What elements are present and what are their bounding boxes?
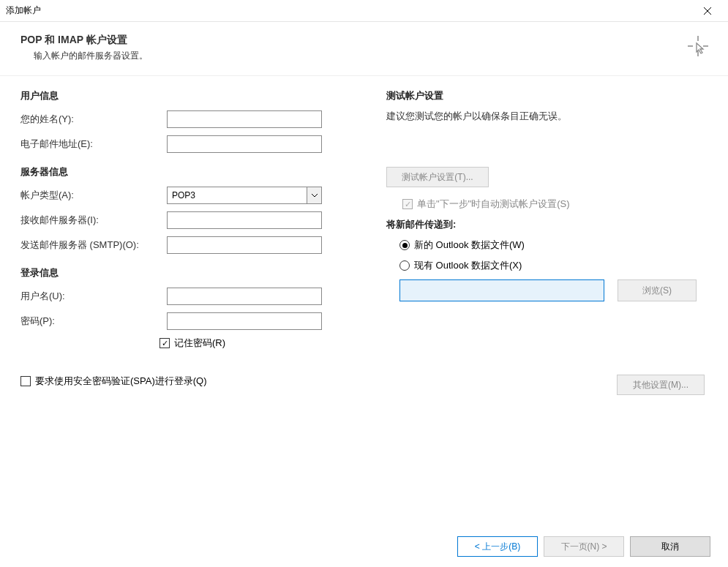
browse-button[interactable]: 浏览(S) (618, 279, 697, 301)
incoming-server-label: 接收邮件服务器(I): (20, 214, 167, 227)
back-button[interactable]: < 上一步(B) (457, 536, 538, 557)
cursor-icon (687, 35, 709, 57)
spa-checkbox[interactable] (20, 376, 31, 386)
datafile-path-input (399, 279, 604, 301)
server-info-title: 服务器信息 (20, 165, 379, 179)
other-settings-button[interactable]: 其他设置(M)... (617, 375, 705, 395)
next-button[interactable]: 下一页(N) > (544, 536, 624, 557)
spa-label: 要求使用安全密码验证(SPA)进行登录(Q) (35, 375, 206, 388)
test-settings-title: 测试帐户设置 (386, 89, 708, 102)
radio-new-datafile[interactable] (399, 240, 410, 250)
username-input[interactable] (167, 288, 322, 305)
auto-test-label: 单击"下一步"时自动测试帐户设置(S) (417, 198, 570, 211)
header-title: POP 和 IMAP 帐户设置 (20, 34, 708, 47)
name-label: 您的姓名(Y): (20, 113, 167, 126)
account-type-value: POP3 (168, 190, 307, 200)
window-title: 添加帐户 (6, 4, 41, 17)
login-info-title: 登录信息 (20, 266, 379, 279)
remember-password-checkbox[interactable] (160, 338, 170, 348)
footer: < 上一步(B) 下一页(N) > 取消 (457, 536, 710, 557)
outgoing-server-label: 发送邮件服务器 (SMTP)(O): (20, 239, 167, 252)
titlebar: 添加帐户 (0, 0, 728, 22)
close-button[interactable] (693, 1, 722, 21)
radio-existing-label: 现有 Outlook 数据文件(X) (414, 259, 522, 272)
cancel-button[interactable]: 取消 (630, 536, 710, 557)
auto-test-checkbox[interactable] (402, 199, 413, 209)
header-section: POP 和 IMAP 帐户设置 输入帐户的邮件服务器设置。 (0, 22, 728, 70)
account-type-select[interactable]: POP3 (167, 187, 322, 204)
email-input[interactable] (167, 135, 322, 153)
outgoing-server-input[interactable] (167, 236, 322, 254)
remember-password-label: 记住密码(R) (174, 337, 225, 350)
name-input[interactable] (167, 110, 322, 128)
test-settings-button[interactable]: 测试帐户设置(T)... (386, 167, 489, 187)
radio-new-label: 新的 Outlook 数据文件(W) (414, 239, 525, 252)
radio-existing-datafile[interactable] (399, 260, 410, 271)
user-info-title: 用户信息 (20, 89, 379, 102)
username-label: 用户名(U): (20, 290, 167, 303)
close-icon (703, 7, 712, 15)
test-settings-desc: 建议您测试您的帐户以确保条目正确无误。 (386, 110, 708, 123)
email-label: 电子邮件地址(E): (20, 138, 167, 151)
password-label: 密码(P): (20, 315, 167, 328)
header-subtitle: 输入帐户的邮件服务器设置。 (20, 50, 708, 62)
chevron-down-icon (307, 187, 321, 203)
account-type-label: 帐户类型(A): (20, 189, 167, 202)
deliver-title: 将新邮件传递到: (386, 218, 708, 231)
password-input[interactable] (167, 312, 322, 330)
incoming-server-input[interactable] (167, 211, 322, 229)
